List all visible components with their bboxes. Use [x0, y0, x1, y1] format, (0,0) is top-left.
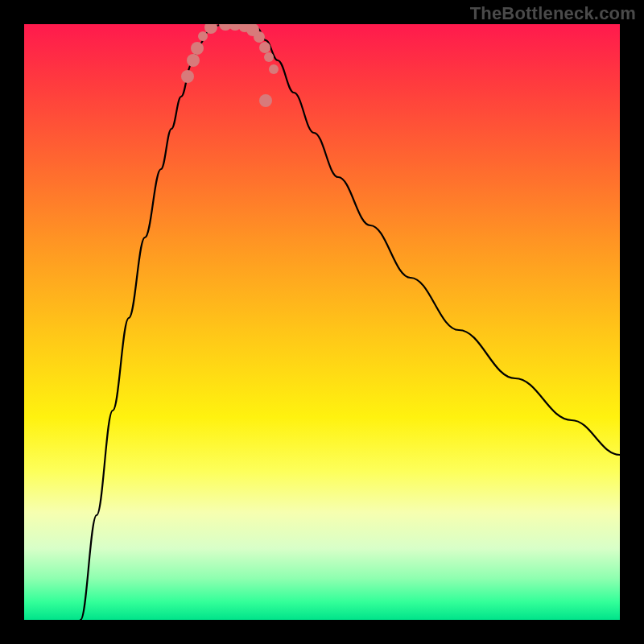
data-marker — [219, 24, 232, 31]
plot-area — [24, 24, 620, 620]
data-marker — [259, 42, 270, 53]
data-marker — [264, 52, 274, 62]
markers-right — [219, 24, 279, 107]
data-marker — [198, 31, 208, 41]
attribution-watermark: TheBottleneck.com — [470, 3, 636, 24]
left-curve — [80, 24, 224, 620]
markers-left — [181, 24, 217, 83]
data-marker — [229, 24, 242, 31]
data-marker — [254, 31, 265, 43]
data-marker — [269, 64, 279, 74]
data-marker — [191, 42, 204, 55]
data-marker — [181, 70, 194, 83]
data-marker — [259, 94, 272, 107]
data-marker — [187, 54, 200, 67]
data-marker — [238, 24, 251, 32]
chart-frame: TheBottleneck.com — [0, 0, 644, 644]
chart-svg — [24, 24, 620, 620]
right-curve — [250, 24, 620, 455]
data-marker — [204, 24, 217, 34]
data-marker — [246, 24, 259, 36]
